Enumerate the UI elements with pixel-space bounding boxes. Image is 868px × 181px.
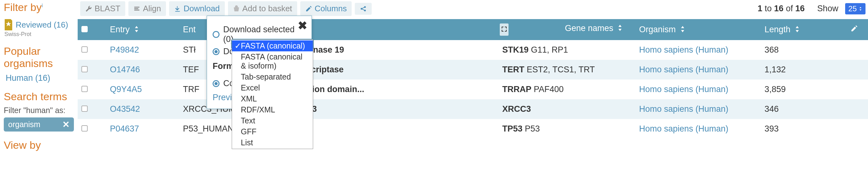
organism-link[interactable]: Homo sapiens (Human) <box>639 85 728 94</box>
swiss-prot-label: Swiss-Prot <box>4 31 74 37</box>
organism-header[interactable]: Organism <box>636 19 761 40</box>
share-icon <box>360 5 367 12</box>
blast-button[interactable]: BLAST <box>80 1 125 16</box>
gene-cell: XRCC3 <box>498 99 636 119</box>
gene-cell: TRRAP PAF400 <box>498 80 636 99</box>
filter-as-label: Filter "human" as: <box>4 106 74 115</box>
length-cell: 346 <box>761 99 841 119</box>
length-cell: 3,859 <box>761 80 841 99</box>
sort-icon <box>680 26 685 32</box>
row-checkbox[interactable] <box>78 80 106 99</box>
show-select[interactable]: 25 <box>845 3 866 14</box>
row-checkbox[interactable] <box>78 60 106 80</box>
edit-columns-header[interactable] <box>841 19 868 40</box>
entry-link[interactable]: O43542 <box>110 104 140 114</box>
align-icon <box>133 5 140 12</box>
human-filter-link[interactable]: Human (16) <box>6 73 51 83</box>
format-option[interactable]: FASTA (canonical) <box>232 40 313 51</box>
view-by-heading: View by <box>4 139 74 151</box>
entry-link[interactable]: P04637 <box>110 124 139 133</box>
length-cell: 1,132 <box>761 60 841 80</box>
format-option[interactable]: RDF/XML <box>232 104 313 115</box>
reviewed-link[interactable]: Reviewed (16) <box>16 20 68 30</box>
wrench-icon <box>85 5 92 12</box>
pagination-info: 1 to 16 of 16 <box>758 4 805 13</box>
table-row: Q9Y4A5 TRFnscription domain... TRRAP PAF… <box>78 80 868 99</box>
remove-tag-icon[interactable]: ✕ <box>62 119 69 130</box>
organism-link[interactable]: Homo sapiens (Human) <box>639 104 728 114</box>
format-option[interactable]: GFF <box>232 126 313 137</box>
sort-icon <box>618 25 622 31</box>
gene-cell: TP53 P53 <box>498 119 636 139</box>
pencil-icon <box>850 25 858 32</box>
reviewed-star-icon <box>4 19 13 30</box>
download-button[interactable]: Download <box>169 1 225 16</box>
select-all-header[interactable] <box>78 19 106 40</box>
add-to-basket-button[interactable]: Add to basket <box>228 1 297 16</box>
entry-name-cell: P53_HUMANgen p53 <box>179 119 498 139</box>
table-row: P49842 STłrotein kinase 19 STK19 G11, RP… <box>78 40 868 60</box>
pencil-icon <box>305 5 312 12</box>
organism-link[interactable]: Homo sapiens (Human) <box>639 65 728 74</box>
organism-tag[interactable]: organism✕ <box>4 117 74 131</box>
info-icon[interactable]: i <box>42 3 43 8</box>
format-dropdown[interactable]: FASTA (canonical)FASTA (canonical & isof… <box>232 39 313 149</box>
length-cell: 368 <box>761 40 841 60</box>
download-icon <box>174 5 181 12</box>
entry-link[interactable]: P49842 <box>110 45 139 55</box>
format-option[interactable]: Tab-separated <box>232 71 313 82</box>
table-row: P04637 P53_HUMANgen p53 TP53 P53 Homo sa… <box>78 119 868 139</box>
row-checkbox[interactable] <box>78 99 106 119</box>
entry-link[interactable]: Q9Y4A5 <box>110 85 142 94</box>
close-icon[interactable]: ✖ <box>298 19 307 32</box>
entry-header[interactable]: Entry <box>106 19 179 40</box>
row-checkbox[interactable] <box>78 119 106 139</box>
share-button[interactable] <box>355 3 372 15</box>
popular-organisms-heading: Popular organisms <box>4 45 74 69</box>
results-table: Entry Ent Gene names Organism Length P49… <box>78 19 868 139</box>
expand-icon <box>501 26 507 32</box>
sort-icon <box>134 26 139 32</box>
organism-link[interactable]: Homo sapiens (Human) <box>639 124 728 133</box>
organism-link[interactable]: Homo sapiens (Human) <box>639 45 728 55</box>
basket-icon <box>233 5 240 12</box>
format-option[interactable]: XML <box>232 93 313 104</box>
columns-button[interactable]: Columns <box>300 1 352 16</box>
length-header[interactable]: Length <box>761 19 841 40</box>
format-option[interactable]: Excel <box>232 82 313 93</box>
gene-cell: TERT EST2, TCS1, TRT <box>498 60 636 80</box>
format-option[interactable]: FASTA (canonical & isoform) <box>232 51 313 71</box>
length-cell: 393 <box>761 119 841 139</box>
format-option[interactable]: Text <box>232 115 313 126</box>
format-option[interactable]: List <box>232 137 313 148</box>
sort-icon <box>795 26 800 32</box>
align-button[interactable]: Align <box>128 1 166 16</box>
entry-link[interactable]: O14746 <box>110 65 140 74</box>
filter-by-heading: Filter byi <box>4 1 74 13</box>
search-terms-heading: Search terms <box>4 90 74 103</box>
table-row: O14746 TEFe transcriptase TERT EST2, TCS… <box>78 60 868 80</box>
gene-header[interactable]: Gene names <box>498 19 636 40</box>
row-checkbox[interactable] <box>78 40 106 60</box>
gene-cell: STK19 G11, RP1 <box>498 40 636 60</box>
chevron-updown-icon <box>859 7 862 11</box>
table-row: O43542 XRCC3_HUMAXRCC3 XRCC3 Homo sapien… <box>78 99 868 119</box>
show-label: Show <box>817 4 839 13</box>
